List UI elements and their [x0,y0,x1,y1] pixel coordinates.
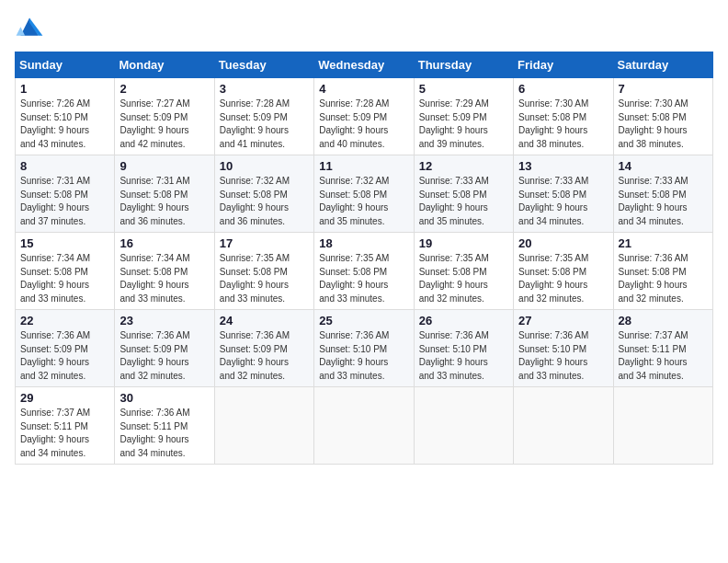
calendar-header-wednesday: Wednesday [314,52,414,78]
day-info: Sunrise: 7:36 AMSunset: 5:09 PMDaylight:… [119,329,209,383]
day-info: Sunrise: 7:37 AMSunset: 5:11 PMDaylight:… [20,407,109,460]
day-info: Sunrise: 7:27 AMSunset: 5:09 PMDaylight:… [119,98,209,151]
calendar-cell: 27Sunrise: 7:36 AMSunset: 5:10 PMDayligh… [514,310,613,387]
calendar-cell: 26Sunrise: 7:36 AMSunset: 5:10 PMDayligh… [414,310,513,387]
day-number: 21 [619,236,708,250]
day-number: 3 [220,82,309,96]
day-number: 13 [518,159,608,173]
day-number: 5 [419,82,508,96]
calendar-cell [514,387,613,465]
logo [15,15,48,40]
day-info: Sunrise: 7:36 AMSunset: 5:10 PMDaylight:… [419,329,508,383]
calendar-cell: 15Sunrise: 7:34 AMSunset: 5:08 PMDayligh… [16,233,115,310]
calendar-week-row: 8Sunrise: 7:31 AMSunset: 5:08 PMDaylight… [16,155,713,233]
day-info: Sunrise: 7:29 AMSunset: 5:09 PMDaylight:… [419,98,508,151]
day-info: Sunrise: 7:32 AMSunset: 5:08 PMDaylight:… [319,175,408,228]
day-info: Sunrise: 7:31 AMSunset: 5:08 PMDaylight:… [20,175,109,228]
calendar-cell: 7Sunrise: 7:30 AMSunset: 5:08 PMDaylight… [613,78,712,155]
calendar-cell: 23Sunrise: 7:36 AMSunset: 5:09 PMDayligh… [115,310,214,387]
calendar-cell: 14Sunrise: 7:33 AMSunset: 5:08 PMDayligh… [613,155,712,233]
calendar-week-row: 29Sunrise: 7:37 AMSunset: 5:11 PMDayligh… [16,387,713,465]
day-info: Sunrise: 7:34 AMSunset: 5:08 PMDaylight:… [20,252,109,305]
calendar-cell: 13Sunrise: 7:33 AMSunset: 5:08 PMDayligh… [514,155,613,233]
calendar-cell [214,387,313,465]
calendar-body: 1Sunrise: 7:26 AMSunset: 5:10 PMDaylight… [16,78,713,465]
calendar-cell: 25Sunrise: 7:36 AMSunset: 5:10 PMDayligh… [314,310,414,387]
day-number: 25 [319,314,408,327]
day-number: 10 [220,159,309,173]
calendar-cell: 9Sunrise: 7:31 AMSunset: 5:08 PMDaylight… [115,155,214,233]
calendar-cell: 29Sunrise: 7:37 AMSunset: 5:11 PMDayligh… [16,387,115,465]
calendar-cell [314,387,414,465]
day-info: Sunrise: 7:35 AMSunset: 5:08 PMDaylight:… [220,252,309,305]
calendar-table: SundayMondayTuesdayWednesdayThursdayFrid… [15,52,713,465]
day-info: Sunrise: 7:34 AMSunset: 5:08 PMDaylight:… [119,252,209,305]
calendar-header-sunday: Sunday [16,52,115,78]
day-number: 22 [20,314,109,327]
calendar-cell: 8Sunrise: 7:31 AMSunset: 5:08 PMDaylight… [16,155,115,233]
calendar-cell [414,387,513,465]
day-number: 30 [119,391,209,405]
calendar-week-row: 15Sunrise: 7:34 AMSunset: 5:08 PMDayligh… [16,233,713,310]
day-number: 9 [119,159,209,173]
day-number: 17 [220,236,309,250]
day-number: 29 [20,391,109,405]
day-info: Sunrise: 7:30 AMSunset: 5:08 PMDaylight:… [518,98,608,151]
calendar-cell: 22Sunrise: 7:36 AMSunset: 5:09 PMDayligh… [16,310,115,387]
day-number: 12 [419,159,508,173]
day-number: 18 [319,236,408,250]
day-number: 16 [119,236,209,250]
calendar-header-row: SundayMondayTuesdayWednesdayThursdayFrid… [16,52,713,78]
day-number: 7 [619,82,708,96]
day-info: Sunrise: 7:26 AMSunset: 5:10 PMDaylight:… [20,98,109,151]
day-info: Sunrise: 7:36 AMSunset: 5:09 PMDaylight:… [20,329,109,383]
day-number: 19 [419,236,508,250]
day-number: 28 [619,314,708,327]
day-info: Sunrise: 7:28 AMSunset: 5:09 PMDaylight:… [220,98,309,151]
day-number: 2 [119,82,209,96]
calendar-cell: 30Sunrise: 7:36 AMSunset: 5:11 PMDayligh… [115,387,214,465]
calendar-header-saturday: Saturday [613,52,712,78]
day-info: Sunrise: 7:36 AMSunset: 5:10 PMDaylight:… [319,329,408,383]
calendar-cell: 10Sunrise: 7:32 AMSunset: 5:08 PMDayligh… [214,155,313,233]
day-info: Sunrise: 7:35 AMSunset: 5:08 PMDaylight:… [319,252,408,305]
calendar-header-friday: Friday [514,52,613,78]
day-number: 24 [220,314,309,327]
calendar-week-row: 22Sunrise: 7:36 AMSunset: 5:09 PMDayligh… [16,310,713,387]
day-info: Sunrise: 7:36 AMSunset: 5:10 PMDaylight:… [518,329,608,383]
day-info: Sunrise: 7:28 AMSunset: 5:09 PMDaylight:… [319,98,408,151]
day-number: 27 [518,314,608,327]
calendar-cell: 19Sunrise: 7:35 AMSunset: 5:08 PMDayligh… [414,233,513,310]
day-number: 6 [518,82,608,96]
calendar-cell: 16Sunrise: 7:34 AMSunset: 5:08 PMDayligh… [115,233,214,310]
day-number: 1 [20,82,109,96]
calendar-cell: 28Sunrise: 7:37 AMSunset: 5:11 PMDayligh… [613,310,712,387]
page-header [15,15,713,40]
day-number: 26 [419,314,508,327]
day-info: Sunrise: 7:30 AMSunset: 5:08 PMDaylight:… [619,98,708,151]
day-info: Sunrise: 7:33 AMSunset: 5:08 PMDaylight:… [419,175,508,228]
day-number: 4 [319,82,408,96]
calendar-header-tuesday: Tuesday [214,52,313,78]
calendar-cell: 18Sunrise: 7:35 AMSunset: 5:08 PMDayligh… [314,233,414,310]
calendar-cell: 17Sunrise: 7:35 AMSunset: 5:08 PMDayligh… [214,233,313,310]
calendar-cell: 12Sunrise: 7:33 AMSunset: 5:08 PMDayligh… [414,155,513,233]
day-info: Sunrise: 7:33 AMSunset: 5:08 PMDaylight:… [518,175,608,228]
calendar-cell: 21Sunrise: 7:36 AMSunset: 5:08 PMDayligh… [613,233,712,310]
calendar-header-monday: Monday [115,52,214,78]
calendar-cell: 1Sunrise: 7:26 AMSunset: 5:10 PMDaylight… [16,78,115,155]
day-info: Sunrise: 7:31 AMSunset: 5:08 PMDaylight:… [119,175,209,228]
day-number: 11 [319,159,408,173]
day-info: Sunrise: 7:36 AMSunset: 5:08 PMDaylight:… [619,252,708,305]
day-info: Sunrise: 7:33 AMSunset: 5:08 PMDaylight:… [619,175,708,228]
calendar-header-thursday: Thursday [414,52,513,78]
day-number: 23 [119,314,209,327]
day-number: 15 [20,236,109,250]
calendar-cell [613,387,712,465]
day-info: Sunrise: 7:35 AMSunset: 5:08 PMDaylight:… [518,252,608,305]
day-info: Sunrise: 7:35 AMSunset: 5:08 PMDaylight:… [419,252,508,305]
day-number: 14 [619,159,708,173]
day-info: Sunrise: 7:37 AMSunset: 5:11 PMDaylight:… [619,329,708,383]
day-info: Sunrise: 7:32 AMSunset: 5:08 PMDaylight:… [220,175,309,228]
calendar-cell: 6Sunrise: 7:30 AMSunset: 5:08 PMDaylight… [514,78,613,155]
